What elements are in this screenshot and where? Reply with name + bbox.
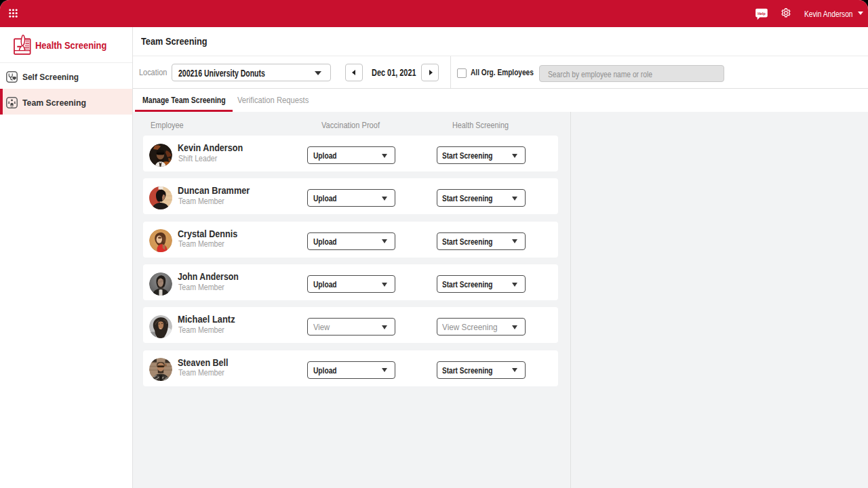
svg-text:Help: Help [757,11,766,15]
